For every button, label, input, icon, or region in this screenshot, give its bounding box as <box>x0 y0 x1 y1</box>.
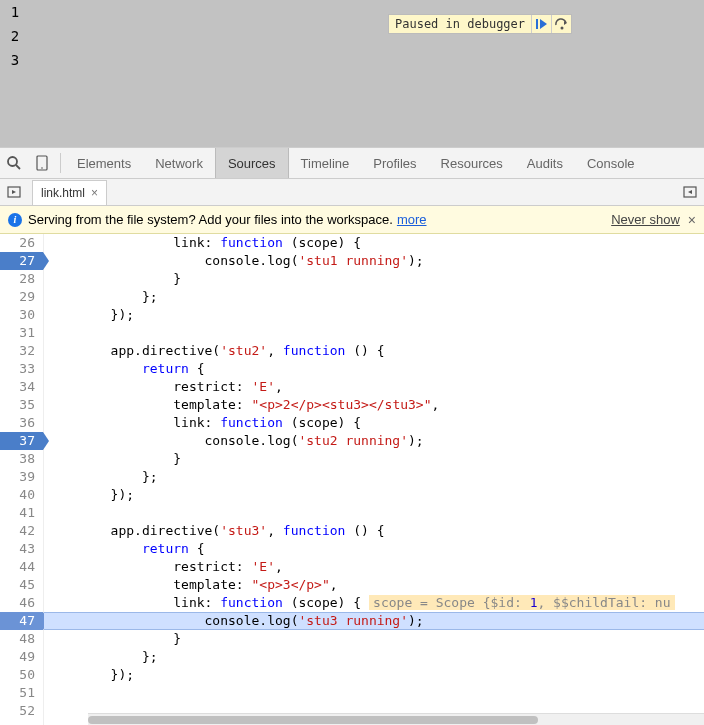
page-line-2: 2 <box>0 24 30 48</box>
more-link[interactable]: more <box>397 212 427 227</box>
code-line: }); <box>44 486 704 504</box>
code-line: app.directive('stu3', function () { <box>44 522 704 540</box>
info-icon: i <box>8 213 22 227</box>
svg-point-1 <box>560 27 563 30</box>
line-number[interactable]: 31 <box>0 324 43 342</box>
close-icon[interactable]: × <box>91 186 98 200</box>
line-number[interactable]: 46 <box>0 594 43 612</box>
line-number[interactable]: 26 <box>0 234 43 252</box>
code-line: link: function (scope) {scope = Scope {$… <box>44 594 704 612</box>
device-toggle-button[interactable] <box>28 148 56 178</box>
never-show-link[interactable]: Never show <box>611 212 680 227</box>
resume-icon <box>536 18 548 30</box>
code-line: }; <box>44 468 704 486</box>
svg-point-5 <box>41 167 43 169</box>
search-button[interactable] <box>0 148 28 178</box>
line-number[interactable]: 28 <box>0 270 43 288</box>
svg-point-2 <box>8 157 17 166</box>
tab-timeline[interactable]: Timeline <box>289 148 362 178</box>
inline-value-hint: scope = Scope {$id: 1, $$childTail: nu <box>369 595 674 610</box>
rendered-page-pane: 1 2 3 Paused in debugger <box>0 0 704 147</box>
line-number[interactable]: 44 <box>0 558 43 576</box>
line-number[interactable]: 41 <box>0 504 43 522</box>
line-number[interactable]: 50 <box>0 666 43 684</box>
code-line: } <box>44 270 704 288</box>
code-line: console.log('stu2 running'); <box>44 432 704 450</box>
code-line: link: function (scope) { <box>44 414 704 432</box>
line-number[interactable]: 38 <box>0 450 43 468</box>
page-line-1: 1 <box>0 0 30 24</box>
line-number[interactable]: 36 <box>0 414 43 432</box>
line-number[interactable]: 40 <box>0 486 43 504</box>
line-number[interactable]: 35 <box>0 396 43 414</box>
tab-elements[interactable]: Elements <box>65 148 143 178</box>
line-number-breakpoint[interactable]: 27 <box>0 252 43 270</box>
code-line <box>44 504 704 522</box>
code-line-exec: console.log('stu3 running'); <box>44 612 704 630</box>
code-line: template: "<p>2</p><stu3></stu3>", <box>44 396 704 414</box>
code-line: restrict: 'E', <box>44 378 704 396</box>
line-number-exec[interactable]: 47 <box>0 612 43 630</box>
line-number[interactable]: 30 <box>0 306 43 324</box>
scrollbar-thumb[interactable] <box>88 716 538 724</box>
line-number-gutter[interactable]: 26 27 28 29 30 31 32 33 34 35 36 37 38 3… <box>0 234 44 725</box>
file-tab-label: link.html <box>41 186 85 200</box>
tab-profiles[interactable]: Profiles <box>361 148 428 178</box>
tab-resources[interactable]: Resources <box>429 148 515 178</box>
navigator-icon <box>7 185 21 199</box>
navigator-toggle-button[interactable] <box>0 177 28 207</box>
debugger-paused-badge: Paused in debugger <box>388 14 572 34</box>
line-number[interactable]: 34 <box>0 378 43 396</box>
resume-button[interactable] <box>531 15 551 33</box>
source-code-area: 26 27 28 29 30 31 32 33 34 35 36 37 38 3… <box>0 234 704 725</box>
line-number[interactable]: 43 <box>0 540 43 558</box>
devtools-tab-bar: Elements Network Sources Timeline Profil… <box>0 147 704 179</box>
code-line: } <box>44 630 704 648</box>
step-over-button[interactable] <box>551 15 571 33</box>
code-line: }); <box>44 306 704 324</box>
code-line: app.directive('stu2', function () { <box>44 342 704 360</box>
horizontal-scrollbar[interactable] <box>88 713 704 725</box>
code-line: return { <box>44 540 704 558</box>
debugger-toggle-button[interactable] <box>676 177 704 207</box>
code-line: console.log('stu1 running'); <box>44 252 704 270</box>
code-line: link: function (scope) { <box>44 234 704 252</box>
code-line: restrict: 'E', <box>44 558 704 576</box>
code-line: }; <box>44 648 704 666</box>
line-number[interactable]: 39 <box>0 468 43 486</box>
code-line: template: "<p>3</p>", <box>44 576 704 594</box>
code-line: }; <box>44 288 704 306</box>
svg-line-3 <box>16 165 20 169</box>
page-line-3: 3 <box>0 48 30 72</box>
code-line <box>44 324 704 342</box>
line-number[interactable]: 52 <box>0 702 43 720</box>
file-tab-link-html[interactable]: link.html × <box>32 180 107 205</box>
line-number[interactable]: 45 <box>0 576 43 594</box>
tab-console[interactable]: Console <box>575 148 647 178</box>
tab-sources[interactable]: Sources <box>215 148 289 178</box>
file-tab-bar: link.html × <box>0 179 704 206</box>
line-number[interactable]: 29 <box>0 288 43 306</box>
search-icon <box>6 155 22 171</box>
line-number[interactable]: 32 <box>0 342 43 360</box>
line-number[interactable]: 33 <box>0 360 43 378</box>
svg-rect-0 <box>536 19 538 29</box>
code-line: return { <box>44 360 704 378</box>
step-over-icon <box>555 18 569 30</box>
divider <box>60 153 61 173</box>
line-number[interactable]: 48 <box>0 630 43 648</box>
close-infobar-button[interactable]: × <box>688 212 696 228</box>
line-number-breakpoint[interactable]: 37 <box>0 432 43 450</box>
info-text: Serving from the file system? Add your f… <box>28 212 393 227</box>
code-content[interactable]: link: function (scope) { console.log('st… <box>44 234 704 725</box>
line-number[interactable]: 49 <box>0 648 43 666</box>
tab-network[interactable]: Network <box>143 148 215 178</box>
workspace-info-bar: i Serving from the file system? Add your… <box>0 206 704 234</box>
line-number[interactable]: 42 <box>0 522 43 540</box>
tab-audits[interactable]: Audits <box>515 148 575 178</box>
code-line: } <box>44 450 704 468</box>
code-line: }); <box>44 666 704 684</box>
line-number[interactable]: 51 <box>0 684 43 702</box>
panel-icon <box>683 185 697 199</box>
device-icon <box>36 155 48 171</box>
